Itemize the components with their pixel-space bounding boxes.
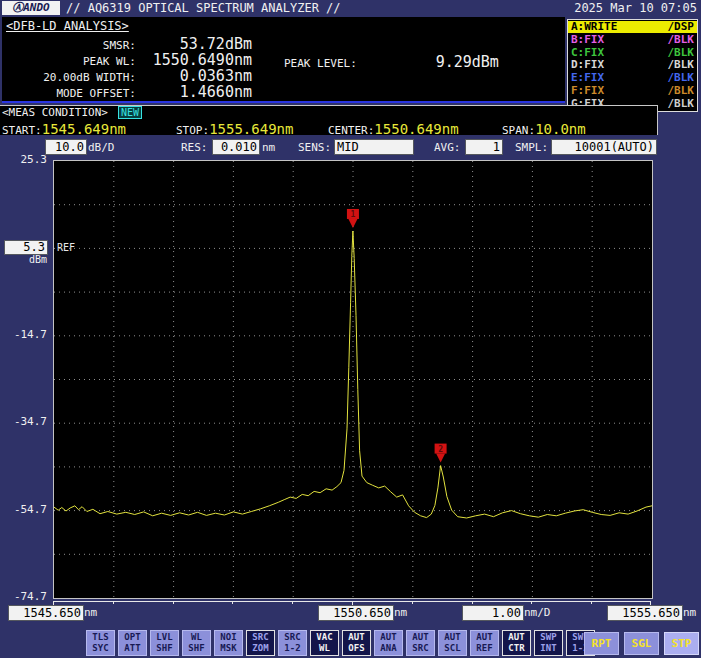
trace-display-mode: /BLK [668, 98, 695, 110]
peak-marker-1: 1 [351, 210, 356, 219]
analysis-row: MODE OFFSET:1.4660nm [2, 83, 252, 99]
meas-field-value: 1545.649nm [42, 121, 126, 137]
peak-marker-2: 2 [438, 445, 443, 454]
x-axis-readouts: 1545.650 nm 1550.650 nm 1.00 nm/D 1555.6… [0, 604, 701, 620]
softkey-aut-ctr[interactable]: AUTCTR [502, 630, 531, 656]
y-axis-tick-label: -74.7 [14, 590, 47, 603]
level-scale-input[interactable]: 10.0 [45, 139, 87, 155]
softkey-line1: AUT [471, 632, 498, 643]
trace-display-mode: /BLK [668, 72, 695, 84]
sensitivity-input[interactable]: MID [334, 139, 414, 155]
mode-button-stp[interactable]: STP [664, 632, 699, 655]
average-label: AVG: [434, 141, 461, 154]
softkey-line1: SRC [279, 632, 306, 643]
analysis-heading: <DFB-LD ANALYSIS> [6, 19, 129, 33]
softkey-noi-msk[interactable]: NOIMSK [214, 630, 243, 656]
softkey-line1: AUT [503, 632, 530, 643]
sampling-input[interactable]: 10001(AUTO) [551, 139, 657, 155]
datetime-display: 2025 Mar 10 07:05 [574, 1, 697, 16]
trace-display-mode: /BLK [668, 47, 695, 59]
analysis-results-list: SMSR:53.72dBmPEAK WL:1550.6490nm20.00dB … [2, 35, 252, 99]
trace-row-e[interactable]: E:FIX/BLK [568, 72, 697, 84]
softkey-line2: ZOM [247, 643, 274, 654]
softkey-tls-syc[interactable]: TLSSYC [86, 630, 115, 656]
softkey-line1: WL [183, 632, 210, 643]
softkey-aut-ana[interactable]: AUTANA [374, 630, 403, 656]
stop-wavelength-box[interactable]: 1555.650 [607, 605, 683, 621]
meas-field-value: 1550.649nm [374, 121, 458, 137]
y-axis-tick-label: 25.3 [21, 153, 48, 166]
stop-wavelength-unit: nm [683, 606, 696, 619]
y-axis-labels: 25.35.3dBm-14.7-34.7-54.7-74.7 [0, 160, 52, 597]
softkey-lvl-shf[interactable]: LVLSHF [150, 630, 179, 656]
new-condition-badge: NEW [118, 106, 142, 119]
softkey-line1: TLS [87, 632, 114, 643]
softkey-wl-shf[interactable]: WLSHF [182, 630, 211, 656]
softkey-aut-ref[interactable]: AUTREF [470, 630, 499, 656]
trace-name: E:FIX [571, 72, 604, 84]
resolution-label: RES: [181, 141, 208, 154]
peak-level-value: 9.29dBm [389, 53, 499, 71]
sampling-label: SMPL: [515, 141, 548, 154]
peak-level-label: PEAK LEVEL: [284, 57, 357, 70]
y-axis-tick-label: -54.7 [14, 503, 47, 516]
trace-row-f[interactable]: F:FIX/BLK [568, 85, 697, 97]
resolution-input[interactable]: 0.010 [212, 139, 260, 155]
start-wavelength-box[interactable]: 1545.650 [8, 605, 84, 621]
analysis-row: SMSR:53.72dBm [2, 35, 252, 51]
trace-row-c[interactable]: C:FIX/BLK [568, 47, 697, 59]
softkey-line2: OFS [343, 643, 370, 654]
softkey-line1: AUT [407, 632, 434, 643]
softkey-src-1-2[interactable]: SRC1-2 [278, 630, 307, 656]
peak-level-readout: PEAK LEVEL: 9.29dBm [284, 53, 499, 71]
center-wavelength-box[interactable]: 1550.650 [318, 605, 394, 621]
softkey-line1: LVL [151, 632, 178, 643]
meas-field: CENTER:1550.649nm [328, 119, 459, 138]
analysis-row: PEAK WL:1550.6490nm [2, 51, 252, 67]
meas-condition-heading: <MEAS CONDITION> [2, 106, 108, 119]
trace-row-b[interactable]: B:FIX/BLK [568, 34, 697, 46]
ando-circle-icon: Ⓐ [12, 1, 23, 14]
mode-button-sgl[interactable]: SGL [624, 632, 659, 655]
analysis-row: 20.00dB WIDTH:0.0363nm [2, 67, 252, 83]
softkey-swp-int[interactable]: SWPINT [534, 630, 563, 656]
ref-level-box[interactable]: 5.3 [4, 240, 48, 255]
trace-display-mode: /DSP [668, 21, 695, 33]
ref-level-unit: dBm [29, 254, 47, 265]
y-axis-tick-label: -34.7 [14, 415, 47, 428]
softkey-line1: AUT [375, 632, 402, 643]
trace-row-a[interactable]: A:WRITE/DSP [568, 21, 697, 33]
trace-name: C:FIX [571, 47, 604, 59]
trace-name: D:FIX [571, 59, 604, 71]
softkey-aut-scl[interactable]: AUTSCL [438, 630, 467, 656]
softkey-line2: ATT [119, 643, 146, 654]
meas-field-value: 1555.649nm [209, 121, 293, 137]
resolution-unit: nm [262, 141, 275, 154]
mode-button-rpt[interactable]: RPT [584, 632, 619, 655]
analysis-row-label: SMSR: [2, 39, 136, 52]
trace-row-d[interactable]: D:FIX/BLK [568, 59, 697, 71]
softkey-opt-att[interactable]: OPTATT [118, 630, 147, 656]
softkey-line2: REF [471, 643, 498, 654]
trace-name: A:WRITE [571, 21, 617, 33]
softkey-line1: NOI [215, 632, 242, 643]
scale-per-div-box[interactable]: 1.00 [462, 605, 524, 621]
softkey-vac-wl[interactable]: VACWL [310, 630, 339, 656]
softkey-aut-ofs[interactable]: AUTOFS [342, 630, 371, 656]
analysis-row-label: 20.00dB WIDTH: [2, 71, 136, 84]
page-title: // AQ6319 OPTICAL SPECTRUM ANALYZER // [66, 1, 341, 16]
y-axis-tick-label: -14.7 [14, 328, 47, 341]
softkey-line2: SCL [439, 643, 466, 654]
dfb-ld-analysis-panel: <DFB-LD ANALYSIS> SMSR:53.72dBmPEAK WL:1… [2, 17, 565, 103]
average-input[interactable]: 1 [465, 139, 503, 155]
softkey-aut-src[interactable]: AUTSRC [406, 630, 435, 656]
softkey-src-zom[interactable]: SRCZOM [246, 630, 275, 656]
softkey-line2: SHF [151, 643, 178, 654]
trace-name: F:FIX [571, 85, 604, 97]
ando-logo-text: ANDO [23, 1, 50, 14]
softkey-line2: MSK [215, 643, 242, 654]
trace-display-mode: /BLK [668, 85, 695, 97]
trace-display-mode: /BLK [668, 34, 695, 46]
ref-line-label: REF [57, 242, 75, 253]
sweep-mode-buttons: RPTSGLSTP [584, 632, 699, 655]
